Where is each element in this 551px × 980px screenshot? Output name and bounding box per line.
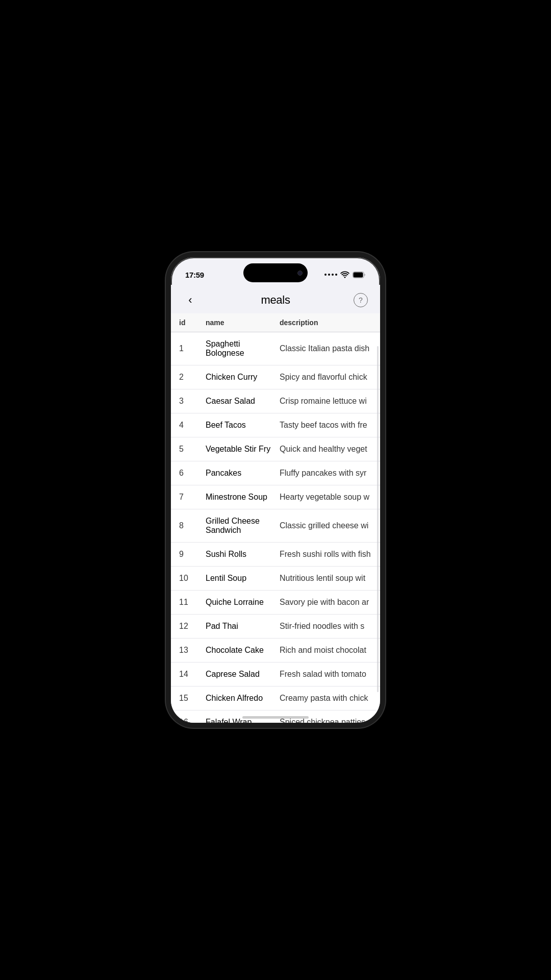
cell-name: Pancakes bbox=[197, 461, 271, 485]
cell-name: Caesar Salad bbox=[197, 389, 271, 413]
cell-name: Vegetable Stir Fry bbox=[197, 437, 271, 461]
cell-description: Classic grilled cheese wi bbox=[271, 509, 380, 543]
cell-name: Chicken Alfredo bbox=[197, 687, 271, 710]
cell-id: 12 bbox=[171, 615, 197, 639]
cell-description: Tasty beef tacos with fre bbox=[271, 413, 380, 437]
page-title: meals bbox=[261, 293, 290, 307]
cell-description: Creamy pasta with chick bbox=[271, 687, 380, 710]
phone-frame: 17:59 bbox=[166, 252, 385, 728]
cell-name: Sushi Rolls bbox=[197, 543, 271, 567]
svg-rect-1 bbox=[354, 272, 363, 277]
cell-description: Nutritious lentil soup wit bbox=[271, 567, 380, 591]
cell-description: Hearty vegetable soup w bbox=[271, 485, 380, 509]
table-row[interactable]: 14Caprese SaladFresh salad with tomato bbox=[171, 663, 380, 687]
content-area: ‹ meals ? id name description 1Spaghetti… bbox=[171, 285, 380, 723]
wifi-icon bbox=[340, 271, 349, 278]
table-row[interactable]: 5Vegetable Stir FryQuick and healthy veg… bbox=[171, 437, 380, 461]
col-header-id: id bbox=[171, 313, 197, 332]
cell-name: Quiche Lorraine bbox=[197, 591, 271, 615]
cell-id: 13 bbox=[171, 639, 197, 663]
table-row[interactable]: 10Lentil SoupNutritious lentil soup wit bbox=[171, 567, 380, 591]
signal-dots-icon bbox=[324, 274, 337, 276]
table-row[interactable]: 8Grilled Cheese SandwichClassic grilled … bbox=[171, 509, 380, 543]
table-row[interactable]: 2Chicken CurrySpicy and flavorful chick bbox=[171, 365, 380, 389]
cell-description: Rich and moist chocolat bbox=[271, 639, 380, 663]
cell-description: Fresh salad with tomato bbox=[271, 663, 380, 687]
cell-id: 10 bbox=[171, 567, 197, 591]
table-row[interactable]: 15Chicken AlfredoCreamy pasta with chick bbox=[171, 687, 380, 710]
help-circle-icon: ? bbox=[354, 293, 368, 307]
cell-name: Caprese Salad bbox=[197, 663, 271, 687]
cell-description: Classic Italian pasta dish bbox=[271, 332, 380, 365]
cell-description: Spicy and flavorful chick bbox=[271, 365, 380, 389]
cell-id: 7 bbox=[171, 485, 197, 509]
cell-name: Spaghetti Bolognese bbox=[197, 332, 271, 365]
cell-id: 4 bbox=[171, 413, 197, 437]
cell-name: Chocolate Cake bbox=[197, 639, 271, 663]
cell-id: 15 bbox=[171, 687, 197, 710]
cell-id: 11 bbox=[171, 591, 197, 615]
table-header-row: id name description bbox=[171, 313, 380, 332]
table-row[interactable]: 9Sushi RollsFresh sushi rolls with fish bbox=[171, 543, 380, 567]
cell-name: Lentil Soup bbox=[197, 567, 271, 591]
dynamic-island bbox=[243, 263, 308, 282]
table-row[interactable]: 6PancakesFluffy pancakes with syr bbox=[171, 461, 380, 485]
cell-id: 5 bbox=[171, 437, 197, 461]
help-button[interactable]: ? bbox=[352, 291, 370, 309]
cell-id: 1 bbox=[171, 332, 197, 365]
battery-icon bbox=[353, 272, 366, 278]
table-row[interactable]: 4Beef TacosTasty beef tacos with fre bbox=[171, 413, 380, 437]
cell-id: 14 bbox=[171, 663, 197, 687]
cell-id: 6 bbox=[171, 461, 197, 485]
cell-id: 8 bbox=[171, 509, 197, 543]
status-icons bbox=[324, 271, 366, 278]
cell-description: Fresh sushi rolls with fish bbox=[271, 543, 380, 567]
table-row[interactable]: 7Minestrone SoupHearty vegetable soup w bbox=[171, 485, 380, 509]
cell-name: Pad Thai bbox=[197, 615, 271, 639]
home-indicator bbox=[242, 716, 309, 719]
cell-id: 9 bbox=[171, 543, 197, 567]
table-row[interactable]: 1Spaghetti BologneseClassic Italian past… bbox=[171, 332, 380, 365]
cell-name: Chicken Curry bbox=[197, 365, 271, 389]
cell-id: 3 bbox=[171, 389, 197, 413]
cell-description: Fluffy pancakes with syr bbox=[271, 461, 380, 485]
cell-description: Savory pie with bacon ar bbox=[271, 591, 380, 615]
cell-description: Crisp romaine lettuce wi bbox=[271, 389, 380, 413]
cell-description: Stir-fried noodles with s bbox=[271, 615, 380, 639]
cell-id: 2 bbox=[171, 365, 197, 389]
col-header-name: name bbox=[197, 313, 271, 332]
meals-table: id name description 1Spaghetti Bolognese… bbox=[171, 313, 380, 723]
cell-description: Quick and healthy veget bbox=[271, 437, 380, 461]
table-row[interactable]: 12Pad ThaiStir-fried noodles with s bbox=[171, 615, 380, 639]
back-button[interactable]: ‹ bbox=[181, 291, 199, 309]
back-chevron-icon: ‹ bbox=[188, 295, 192, 306]
cell-name: Beef Tacos bbox=[197, 413, 271, 437]
camera-dot bbox=[297, 271, 303, 276]
nav-bar: ‹ meals ? bbox=[171, 285, 380, 313]
table-row[interactable]: 13Chocolate CakeRich and moist chocolat bbox=[171, 639, 380, 663]
scroll-indicator bbox=[377, 346, 379, 692]
cell-name: Minestrone Soup bbox=[197, 485, 271, 509]
table-row[interactable]: 11Quiche LorraineSavory pie with bacon a… bbox=[171, 591, 380, 615]
meals-table-container[interactable]: id name description 1Spaghetti Bolognese… bbox=[171, 313, 380, 723]
col-header-description: description bbox=[271, 313, 380, 332]
table-row[interactable]: 3Caesar SaladCrisp romaine lettuce wi bbox=[171, 389, 380, 413]
cell-id: 16 bbox=[171, 710, 197, 723]
cell-name: Grilled Cheese Sandwich bbox=[197, 509, 271, 543]
status-time: 17:59 bbox=[185, 271, 204, 279]
